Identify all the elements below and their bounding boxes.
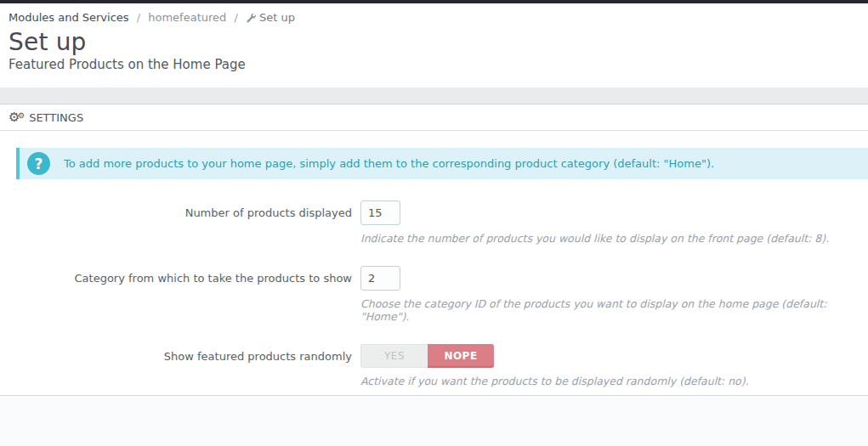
page-title: Set up — [9, 28, 868, 56]
info-alert: ? To add more products to your home page… — [16, 148, 868, 179]
label-number-of-products: Number of products displayed — [0, 200, 360, 245]
header-divider-band — [0, 88, 868, 104]
toggle-nope-button[interactable]: NOPE — [428, 344, 494, 368]
help-category-id: Choose the category ID of the products y… — [360, 297, 868, 323]
breadcrumb: Modules and Services / homefeatured / Se… — [0, 3, 868, 24]
question-mark-icon: ? — [27, 152, 50, 175]
field-group-random-toggle: Show featured products randomly YES NOPE… — [0, 344, 868, 387]
number-of-products-input[interactable] — [360, 200, 400, 225]
info-alert-text: To add more products to your home page, … — [64, 157, 714, 170]
breadcrumb-modules-and-services[interactable]: Modules and Services — [9, 11, 129, 24]
random-toggle-switch: YES NOPE — [360, 344, 494, 368]
help-random-toggle: Activate if you want the products to be … — [360, 375, 868, 387]
wrench-icon — [246, 13, 256, 23]
cogs-icon: ⚙⚙ — [9, 104, 26, 131]
help-number-of-products: Indicate the number of products you woul… — [360, 232, 868, 245]
breadcrumb-homefeatured[interactable]: homefeatured — [148, 11, 226, 24]
footer-area — [0, 396, 868, 444]
field-group-products-displayed: Number of products displayed Indicate th… — [0, 200, 868, 245]
page-header: Modules and Services / homefeatured / Se… — [0, 3, 868, 88]
field-group-category-id: Category from which to take the products… — [0, 266, 868, 323]
toggle-yes-button[interactable]: YES — [360, 344, 428, 368]
category-id-input[interactable] — [360, 266, 400, 291]
label-category-id: Category from which to take the products… — [0, 266, 360, 323]
page-subtitle: Featured Products on the Home Page — [9, 57, 868, 72]
settings-panel-title: SETTINGS — [29, 111, 83, 124]
breadcrumb-separator: / — [137, 11, 140, 24]
label-random-toggle: Show featured products randomly — [0, 344, 360, 387]
breadcrumb-setup[interactable]: Set up — [246, 11, 295, 24]
settings-panel: ⚙⚙ SETTINGS ? To add more products to yo… — [0, 104, 868, 396]
settings-panel-header: ⚙⚙ SETTINGS — [0, 104, 868, 131]
breadcrumb-separator: / — [234, 11, 237, 24]
